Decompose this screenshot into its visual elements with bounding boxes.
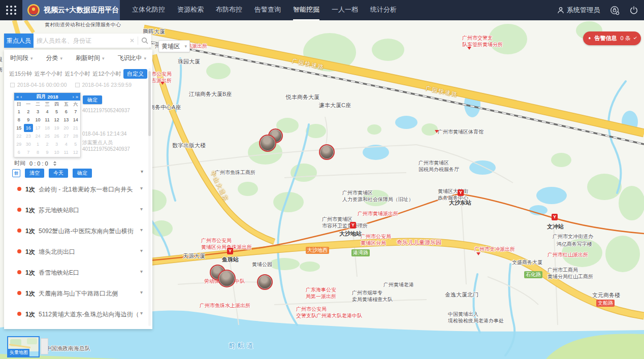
button-清空[interactable]: 清空: [25, 169, 44, 178]
calendar-day-8[interactable]: 8: [14, 116, 24, 124]
nav-item-智能挖掘[interactable]: 智能挖掘: [293, 0, 319, 20]
button-今天[interactable]: 今天: [49, 169, 68, 178]
calendar-day-12[interactable]: 12: [52, 116, 61, 124]
list-item[interactable]: 1次香雪地铁站E口▾: [4, 267, 152, 278]
calendar-day-6[interactable]: 6: [14, 148, 24, 156]
chevron-down-icon[interactable]: ▾: [140, 185, 143, 191]
calendar-day-11[interactable]: 11: [43, 116, 52, 124]
nav-item-立体化防控[interactable]: 立体化防控: [132, 0, 165, 20]
calendar-day-15[interactable]: 15: [14, 124, 24, 132]
calendar-day-25[interactable]: 25: [43, 132, 52, 140]
search-icon[interactable]: [141, 37, 148, 44]
calendar-day-2[interactable]: 2: [24, 108, 34, 116]
calendar-day-14[interactable]: 14: [71, 116, 80, 124]
minimap-collapse-tab[interactable]: [41, 338, 48, 354]
calendar-month[interactable]: 四月: [36, 93, 46, 100]
calendar-day-17[interactable]: 17: [33, 124, 43, 132]
chevron-down-icon[interactable]: [633, 36, 637, 40]
calendar-day-3[interactable]: 3: [52, 140, 61, 148]
list-item[interactable]: 1次5092蟹山路-中医院东南向蟹山横街▾: [4, 225, 152, 237]
prev-year-button[interactable]: «: [16, 94, 19, 100]
time-values[interactable]: 0 : 0 : 0: [29, 160, 48, 167]
nav-item-布防布控[interactable]: 布防布控: [216, 0, 242, 20]
prev-month-button[interactable]: ‹: [20, 94, 22, 100]
list-item[interactable]: 1次企岭街 - 北1巷麦岭东一巷口向井头▾: [4, 184, 152, 195]
calendar-day-22[interactable]: 22: [14, 132, 24, 140]
calendar-day-29[interactable]: 29: [14, 140, 24, 148]
calendar-day-4[interactable]: 4: [61, 140, 71, 148]
calendar-day-2[interactable]: 2: [43, 140, 52, 148]
filter-刷新时间[interactable]: 刷新时间: [76, 54, 105, 62]
calendar-day-20[interactable]: 20: [61, 124, 71, 132]
alert-banner[interactable]: 告警信息 0 条: [583, 31, 641, 45]
calendar-day-1[interactable]: 1: [33, 140, 43, 148]
calendar-day-19[interactable]: 19: [52, 124, 61, 132]
calendar-day-9[interactable]: 9: [24, 116, 34, 124]
quick-range-近12个小时[interactable]: 近12个小时: [92, 70, 121, 78]
calendar-day-24[interactable]: 24: [33, 132, 43, 140]
calendar-grid-icon-button[interactable]: [12, 169, 20, 177]
calendar-day-5[interactable]: 5: [71, 140, 80, 148]
calendar-confirm-button[interactable]: 确定: [83, 95, 102, 104]
region-dropdown[interactable]: 黄埔区 ▾: [158, 40, 190, 52]
calendar-day-7[interactable]: 7: [24, 148, 34, 156]
chevron-down-icon[interactable]: ▾: [140, 310, 143, 316]
calendar-day-21[interactable]: 21: [71, 124, 80, 132]
button-确定[interactable]: 确定: [73, 169, 92, 178]
start-date-field[interactable]: 2018-04-16 00:00:00: [10, 82, 67, 88]
calendar-day-28[interactable]: 28: [71, 132, 80, 140]
calendar-day-6[interactable]: 6: [61, 108, 71, 116]
calendar-day-23[interactable]: 23: [24, 132, 34, 140]
list-item[interactable]: 1次塘头北街出口▾: [4, 246, 152, 257]
search-input[interactable]: [37, 37, 126, 44]
calendar-day-7[interactable]: 7: [71, 108, 80, 116]
quick-range-近15分钟[interactable]: 近15分钟: [9, 70, 32, 78]
calendar-day-10[interactable]: 10: [33, 116, 43, 124]
calendar-day-10[interactable]: 10: [52, 148, 61, 156]
calendar-day-18[interactable]: 18: [43, 124, 52, 132]
next-month-button[interactable]: ›: [73, 94, 74, 100]
chevron-down-icon[interactable]: ▾: [140, 206, 143, 212]
calendar-day-4[interactable]: 4: [43, 108, 52, 116]
filter-飞识比中[interactable]: 飞识比中: [117, 54, 146, 62]
chevron-down-icon[interactable]: ▾: [140, 289, 143, 295]
calendar-day-8[interactable]: 8: [33, 148, 43, 156]
quick-range-近半个小时[interactable]: 近半个小时: [35, 70, 62, 78]
quick-range-近1个小时[interactable]: 近1个小时: [65, 70, 90, 78]
power-logout-button[interactable]: [630, 6, 638, 14]
next-year-button[interactable]: »: [76, 94, 78, 100]
scrollbar-thumb[interactable]: [148, 71, 151, 136]
calendar-year[interactable]: 2018: [47, 94, 58, 100]
chevron-down-icon[interactable]: ▾: [140, 227, 143, 233]
clear-icon[interactable]: ✕: [130, 38, 135, 44]
nav-item-资源检索[interactable]: 资源检索: [177, 0, 204, 20]
list-item[interactable]: 1次天麓南路与山下中路路口北侧▾: [4, 288, 152, 299]
calendar-day-27[interactable]: 27: [61, 132, 71, 140]
calendar-day-3[interactable]: 3: [33, 108, 43, 116]
nav-item-一人一档[interactable]: 一人一档: [332, 0, 358, 20]
app-launcher-button[interactable]: [0, 0, 22, 20]
filter-分类[interactable]: 分类: [46, 54, 62, 62]
quick-range-自定义[interactable]: 自定义: [123, 69, 147, 79]
nav-item-统计分析[interactable]: 统计分析: [370, 0, 397, 20]
calendar-day-13[interactable]: 13: [61, 116, 71, 124]
calendar-day-5[interactable]: 5: [52, 108, 61, 116]
end-date-field[interactable]: 2018-04-16 23:59:59: [75, 82, 132, 88]
list-item[interactable]: 1次苏元地铁站B口▾: [4, 205, 152, 216]
calendar-day-16[interactable]: 16: [24, 124, 34, 132]
filter-时间段[interactable]: 时间段: [10, 54, 33, 62]
list-item[interactable]: 1次5112黄埔大道东-鱼珠总站向海边街（全）▾: [4, 309, 152, 320]
security-lock-button[interactable]: [610, 6, 620, 15]
calendar-day-1[interactable]: 1: [14, 108, 24, 116]
minimap-switcher[interactable]: 矢量地图: [7, 336, 40, 357]
calendar-day-12[interactable]: 12: [71, 148, 80, 156]
time-spinner[interactable]: [53, 161, 56, 166]
tab-key-person[interactable]: 重点人员: [4, 34, 34, 48]
chevron-down-icon[interactable]: ▾: [140, 248, 143, 253]
calendar-day-30[interactable]: 30: [24, 140, 34, 148]
chevron-down-icon[interactable]: ▾: [140, 269, 143, 274]
calendar-day-9[interactable]: 9: [43, 148, 52, 156]
user-menu[interactable]: 系统管理员: [557, 6, 600, 15]
calendar-day-11[interactable]: 11: [61, 148, 71, 156]
nav-item-告警查询[interactable]: 告警查询: [254, 0, 281, 20]
